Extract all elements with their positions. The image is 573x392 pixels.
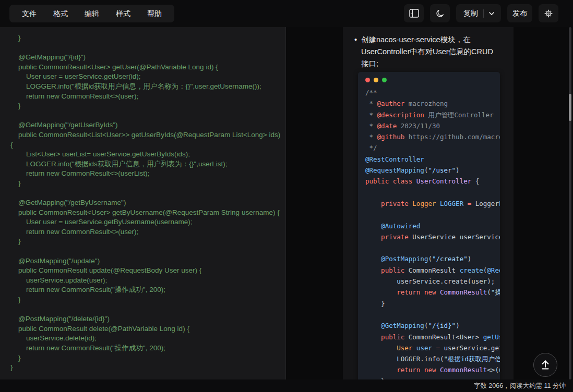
window-dots bbox=[365, 78, 500, 82]
editor-line: public CommonResult<List<User>> getUserB… bbox=[10, 130, 282, 140]
code-line bbox=[365, 242, 500, 253]
page-scrollbar bbox=[569, 27, 571, 379]
theme-toggle-button[interactable] bbox=[430, 4, 450, 22]
code-block: /** * @auther macrozheng * @description … bbox=[358, 72, 500, 379]
window-dot-red bbox=[365, 78, 370, 82]
code-line: public CommonResult<User> getUser(@PathV… bbox=[365, 332, 500, 342]
editor-line bbox=[10, 189, 282, 199]
bullet-item: • 创建nacos-user-service模块，在UserController… bbox=[354, 34, 500, 70]
copy-split-button: 复制 bbox=[456, 4, 501, 22]
settings-button[interactable] bbox=[539, 4, 558, 22]
code-line: LOGGER.info("根据id获取用户信息，用户名称为：{}",user.g… bbox=[365, 353, 500, 364]
editor-line: List<User> userList= userService.getUser… bbox=[10, 150, 282, 160]
code-line: @RequestMapping("/user") bbox=[365, 165, 500, 176]
editor-pane[interactable]: } @GetMapping("/{id}") public CommonResu… bbox=[0, 27, 286, 379]
editor-line: @GetMapping("/getUserByIds") bbox=[10, 120, 282, 130]
code-line: @RestController bbox=[365, 154, 500, 165]
editor-line: userService.update(user); bbox=[10, 276, 282, 286]
editor-line bbox=[10, 43, 282, 53]
code-line: @Autowired bbox=[365, 220, 500, 231]
editor-line: { bbox=[10, 140, 282, 150]
code-line: } bbox=[365, 298, 500, 309]
code-lines: /** * @auther macrozheng * @description … bbox=[365, 87, 500, 379]
code-line: * @auther macrozheng bbox=[365, 98, 500, 109]
code-line: * @description 用户管理Controller bbox=[365, 109, 500, 120]
editor-code: } @GetMapping("/{id}") public CommonResu… bbox=[0, 27, 285, 373]
editor-line: public CommonResult delete(@PathVariable… bbox=[10, 324, 282, 334]
bullet-text: 创建nacos-user-service模块，在UserController中有… bbox=[361, 35, 493, 68]
code-line: return new CommonResult("操作成功", 200); bbox=[365, 287, 500, 298]
preview-pane[interactable]: • 创建nacos-user-service模块，在UserController… bbox=[343, 27, 514, 379]
sidebar-toggle-button[interactable] bbox=[404, 4, 424, 22]
editor-line: } bbox=[10, 363, 282, 373]
panel-layout-icon bbox=[409, 9, 419, 18]
publish-button[interactable]: 发布 bbox=[507, 4, 532, 22]
editor-line: } bbox=[10, 33, 282, 43]
window-dot-yellow bbox=[374, 78, 378, 82]
editor-line: return new CommonResult("操作成功", 200); bbox=[10, 285, 282, 295]
menu-item-5[interactable]: 帮助 bbox=[140, 5, 169, 22]
menu-item-3[interactable]: 编辑 bbox=[77, 5, 106, 22]
code-line: userService.create(user); bbox=[365, 276, 500, 287]
word-count-text: 字数 2066，阅读大约需 11 分钟 bbox=[474, 382, 566, 390]
editor-line: return new CommonResult<>(userList); bbox=[10, 169, 282, 179]
editor-line: User user = userService.getUser(id); bbox=[10, 72, 282, 82]
editor-line: return new CommonResult<>(user); bbox=[10, 227, 282, 237]
editor-line: } bbox=[10, 353, 282, 363]
editor-line: } bbox=[10, 101, 282, 111]
toolbar: 复制 发布 bbox=[404, 4, 558, 22]
code-line: User user = userService.getUser(id); bbox=[365, 342, 500, 353]
editor-line: @PostMapping("/update") bbox=[10, 256, 282, 266]
code-line: * @date 2023/11/30 bbox=[365, 120, 500, 131]
header: 文件格式编辑样式帮助 复制 bbox=[0, 0, 573, 27]
app-window: 文件格式编辑样式帮助 复制 bbox=[0, 0, 573, 392]
status-bar: 字数 2066，阅读大约需 11 分钟 bbox=[0, 379, 573, 392]
editor-line: } bbox=[10, 179, 282, 189]
menu-item-4[interactable]: 样式 bbox=[109, 5, 138, 22]
code-line: private Logger LOGGER = LoggerFactory.ge… bbox=[365, 198, 500, 209]
editor-line: return new CommonResult<>(user); bbox=[10, 92, 282, 102]
code-line: @GetMapping("/{id}") bbox=[365, 320, 500, 331]
editor-line: @GetMapping("/getByUsername") bbox=[10, 198, 282, 208]
code-line bbox=[365, 187, 500, 198]
chevron-down-icon bbox=[488, 11, 495, 16]
editor-line: @PostMapping("/delete/{id}") bbox=[10, 314, 282, 324]
code-line: /** bbox=[365, 87, 500, 98]
editor-line bbox=[10, 111, 282, 121]
editor-line: public CommonResult<User> getByUsername(… bbox=[10, 208, 282, 218]
code-line: */ bbox=[365, 142, 500, 153]
editor-line bbox=[10, 305, 282, 315]
code-line: public class UserController { bbox=[365, 176, 500, 187]
menu-bar: 文件格式编辑样式帮助 bbox=[9, 5, 174, 22]
menu-item-2[interactable]: 格式 bbox=[46, 5, 75, 22]
code-line bbox=[365, 309, 500, 320]
code-line: private UserService userService; bbox=[365, 231, 500, 242]
editor-line: LOGGER.info("根据id获取用户信息，用户名称为：{}",user.g… bbox=[10, 82, 282, 92]
to-top-icon bbox=[540, 359, 551, 371]
code-line: @PostMapping("/create") bbox=[365, 253, 500, 264]
editor-line: userService.delete(id); bbox=[10, 334, 282, 344]
editor-line: @GetMapping("/{id}") bbox=[10, 53, 282, 63]
editor-line: } bbox=[10, 295, 282, 305]
code-line bbox=[365, 209, 500, 220]
code-line: * @github https://github.com/macrozheng bbox=[365, 131, 500, 142]
editor-line: public CommonResult update(@RequestBody … bbox=[10, 266, 282, 276]
menu-item-1[interactable]: 文件 bbox=[15, 5, 44, 22]
editor-line: LOGGER.info("根据ids获取用户信息，用户列表为：{}",userL… bbox=[10, 160, 282, 169]
moon-icon bbox=[435, 9, 445, 18]
code-line: public CommonResult create(@RequestBody … bbox=[365, 265, 500, 276]
gear-icon bbox=[544, 9, 553, 18]
scrollbar-thumb[interactable] bbox=[569, 94, 571, 121]
editor-line: User user = userService.getByUsername(us… bbox=[10, 217, 282, 227]
editor-line: } bbox=[10, 237, 282, 247]
bullet-list: • 创建nacos-user-service模块，在UserController… bbox=[343, 27, 514, 70]
scroll-top-button[interactable] bbox=[533, 353, 557, 377]
editor-line: public CommonResult<User> getUser(@PathV… bbox=[10, 63, 282, 72]
editor-line: return new CommonResult("操作成功", 200); bbox=[10, 344, 282, 353]
bullet-marker: • bbox=[354, 34, 357, 46]
code-line: } bbox=[365, 376, 500, 379]
editor-line bbox=[10, 247, 282, 256]
copy-dropdown-button[interactable] bbox=[484, 11, 500, 16]
copy-button[interactable]: 复制 bbox=[457, 9, 483, 18]
window-dot-green bbox=[382, 78, 387, 82]
